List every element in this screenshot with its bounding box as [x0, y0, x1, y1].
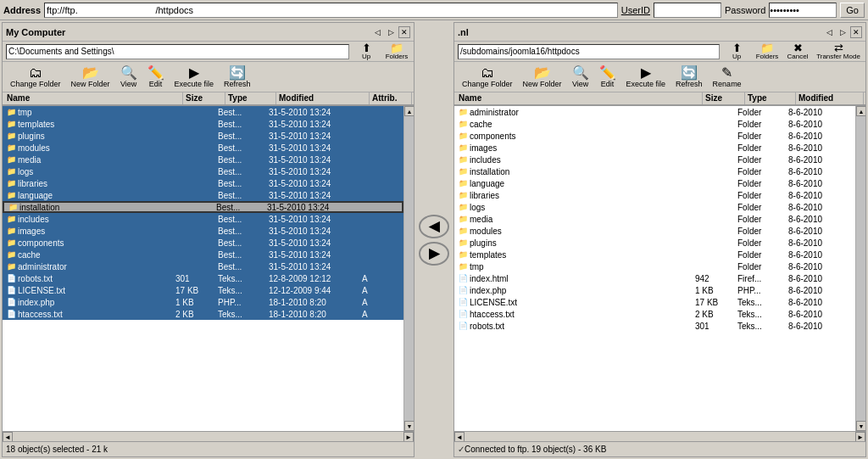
file-type-cell: Teks... — [215, 274, 266, 283]
right-path-input[interactable] — [458, 44, 720, 59]
table-row[interactable]: 📁 tmp Best... 31-5-2010 13:24 — [3, 106, 403, 118]
table-row[interactable]: 📁 components Folder 8-6-2010 — [454, 130, 855, 142]
left-panel-back-arrow[interactable]: ◁ — [371, 26, 383, 38]
table-row[interactable]: 📄 htaccess.txt 2 KB Teks... 18-1-2010 8:… — [3, 308, 403, 320]
right-edit-btn[interactable]: ✏️ Edit — [595, 63, 620, 92]
file-modified-cell: 8-6-2010 — [786, 310, 854, 319]
table-row[interactable]: 📁 administrator Folder 8-6-2010 — [454, 106, 855, 118]
table-row[interactable]: 📁 language Best... 31-5-2010 13:24 — [3, 189, 403, 201]
table-row[interactable]: 📁 installation Folder 8-6-2010 — [454, 165, 855, 177]
table-row[interactable]: 📁 templates Best... 31-5-2010 13:24 — [3, 118, 403, 130]
table-row[interactable]: 📁 language Folder 8-6-2010 — [454, 177, 855, 189]
left-panel-fwd-arrow[interactable]: ▷ — [385, 26, 397, 38]
right-scroll-down[interactable]: ▼ — [856, 421, 865, 431]
go-button[interactable]: Go — [840, 3, 865, 18]
file-type-cell: PHP... — [735, 286, 786, 295]
address-input[interactable] — [44, 3, 618, 18]
file-name-cell: 📁 components — [456, 132, 693, 141]
left-new-folder-btn[interactable]: 📂 New Folder — [67, 63, 114, 92]
table-row[interactable]: 📁 includes Best... 31-5-2010 13:24 — [3, 213, 403, 225]
left-execute-btn[interactable]: ▶ Execute file — [170, 63, 219, 92]
table-row[interactable]: 📁 media Best... 31-5-2010 13:24 — [3, 154, 403, 165]
left-up-button[interactable]: ⬆ Up — [353, 42, 380, 61]
right-scroll-up[interactable]: ▲ — [856, 106, 865, 116]
right-transfer-mode-button[interactable]: ⇄ Transfer Mode — [815, 42, 862, 61]
table-row[interactable]: 📁 cache Folder 8-6-2010 — [454, 118, 855, 130]
left-file-list[interactable]: 📁 tmp Best... 31-5-2010 13:24 📁 template… — [3, 106, 403, 431]
table-row[interactable]: 📁 modules Folder 8-6-2010 — [454, 225, 855, 237]
table-row[interactable]: 📄 index.html 942 Firef... 8-6-2010 — [454, 272, 855, 284]
right-hscroll[interactable]: ◄ ► — [454, 431, 865, 441]
right-file-list[interactable]: 📁 administrator Folder 8-6-2010 📁 cache … — [454, 106, 855, 431]
password-input[interactable] — [769, 3, 837, 18]
left-scroll-down[interactable]: ▼ — [404, 421, 414, 431]
file-name: LICENSE.txt — [470, 298, 517, 307]
table-row[interactable]: 📁 components Best... 31-5-2010 13:24 — [3, 237, 403, 249]
table-row[interactable]: 📁 installation Best... 31-5-2010 13:24 — [3, 201, 403, 213]
right-rename-btn[interactable]: ✎ Rename — [709, 63, 746, 92]
left-vscroll[interactable]: ▲ ▼ — [403, 106, 414, 431]
table-row[interactable]: 📁 tmp Folder 8-6-2010 — [454, 260, 855, 272]
file-modified-cell: 8-6-2010 — [786, 286, 854, 295]
right-hscroll-track[interactable] — [465, 432, 855, 441]
left-scroll-up[interactable]: ▲ — [404, 106, 414, 116]
left-change-folder-btn[interactable]: 🗂 Change Folder — [6, 63, 65, 92]
file-name-cell: 📄 index.html — [456, 274, 693, 283]
table-row[interactable]: 📁 logs Folder 8-6-2010 — [454, 201, 855, 213]
table-row[interactable]: 📁 logs Best... 31-5-2010 13:24 — [3, 165, 403, 177]
table-row[interactable]: 📄 robots.txt 301 Teks... 8-6-2010 — [454, 320, 855, 332]
right-refresh-label: Refresh — [676, 80, 703, 88]
right-folders-button[interactable]: 📁 Folders — [754, 42, 781, 61]
table-row[interactable]: 📁 media Folder 8-6-2010 — [454, 213, 855, 225]
table-row[interactable]: 📁 administrator Best... 31-5-2010 13:24 — [3, 260, 403, 272]
table-row[interactable]: 📄 index.php 1 KB PHP... 8-6-2010 — [454, 284, 855, 296]
table-row[interactable]: 📁 plugins Folder 8-6-2010 — [454, 237, 855, 249]
table-row[interactable]: 📁 templates Folder 8-6-2010 — [454, 249, 855, 260]
left-panel-titlebar: My Computer ◁ ▷ ✕ — [3, 23, 414, 42]
table-row[interactable]: 📁 cache Best... 31-5-2010 13:24 — [3, 249, 403, 260]
file-type-cell: Teks... — [215, 310, 266, 319]
right-cancel-button[interactable]: ✖ Cancel — [784, 42, 811, 61]
left-refresh-btn[interactable]: 🔄 Refresh — [220, 63, 255, 92]
table-row[interactable]: 📁 libraries Best... 31-5-2010 13:24 — [3, 177, 403, 189]
right-up-button[interactable]: ⬆ Up — [723, 42, 750, 61]
left-hscroll-track[interactable] — [13, 432, 403, 441]
right-change-folder-btn[interactable]: 🗂 Change Folder — [458, 63, 517, 92]
file-name: templates — [18, 120, 54, 129]
table-row[interactable]: 📁 libraries Folder 8-6-2010 — [454, 189, 855, 201]
table-row[interactable]: 📄 LICENSE.txt 17 KB Teks... 12-12-2009 9… — [3, 284, 403, 296]
table-row[interactable]: 📁 includes Folder 8-6-2010 — [454, 154, 855, 165]
table-row[interactable]: 📁 plugins Best... 31-5-2010 13:24 — [3, 130, 403, 142]
transfer-left-btn[interactable]: ◀ — [419, 215, 449, 238]
transfer-right-btn[interactable]: ▶ — [419, 242, 449, 266]
right-view-btn[interactable]: 🔍 View — [568, 63, 593, 92]
right-execute-btn[interactable]: ▶ Execute file — [622, 63, 670, 92]
right-refresh-btn[interactable]: 🔄 Refresh — [671, 63, 707, 92]
address-label: Address — [3, 5, 41, 15]
left-path-input[interactable] — [6, 44, 349, 59]
table-row[interactable]: 📄 htaccess.txt 2 KB Teks... 8-6-2010 — [454, 308, 855, 320]
right-scroll-thumb[interactable] — [856, 116, 865, 421]
left-edit-btn[interactable]: ✏️ Edit — [143, 63, 169, 92]
left-view-btn[interactable]: 🔍 View — [116, 63, 142, 92]
right-panel-back-arrow[interactable]: ◁ — [823, 26, 835, 38]
left-hscroll[interactable]: ◄ ► — [3, 431, 414, 441]
table-row[interactable]: 📁 images Best... 31-5-2010 13:24 — [3, 225, 403, 237]
file-modified-cell: 8-6-2010 — [786, 298, 854, 307]
new-folder-label: New Folder — [71, 80, 110, 88]
left-panel-close[interactable]: ✕ — [398, 26, 410, 38]
userid-input[interactable] — [654, 3, 721, 18]
left-folders-button[interactable]: 📁 Folders — [383, 42, 410, 61]
right-new-folder-btn[interactable]: 📂 New Folder — [519, 63, 566, 92]
left-scroll-thumb[interactable] — [404, 116, 414, 421]
table-row[interactable]: 📁 images Folder 8-6-2010 — [454, 142, 855, 154]
right-vscroll[interactable]: ▲ ▼ — [855, 106, 865, 431]
table-row[interactable]: 📄 LICENSE.txt 17 KB Teks... 8-6-2010 — [454, 296, 855, 308]
right-panel-close[interactable]: ✕ — [850, 26, 862, 38]
left-col-name: Name — [4, 92, 183, 104]
table-row[interactable]: 📁 modules Best... 31-5-2010 13:24 — [3, 142, 403, 154]
file-type-cell: Best... — [215, 250, 266, 260]
right-panel-fwd-arrow[interactable]: ▷ — [837, 26, 849, 38]
table-row[interactable]: 📄 index.php 1 KB PHP... 18-1-2010 8:20 A — [3, 296, 403, 308]
table-row[interactable]: 📄 robots.txt 301 Teks... 12-8-2009 12:12… — [3, 272, 403, 284]
